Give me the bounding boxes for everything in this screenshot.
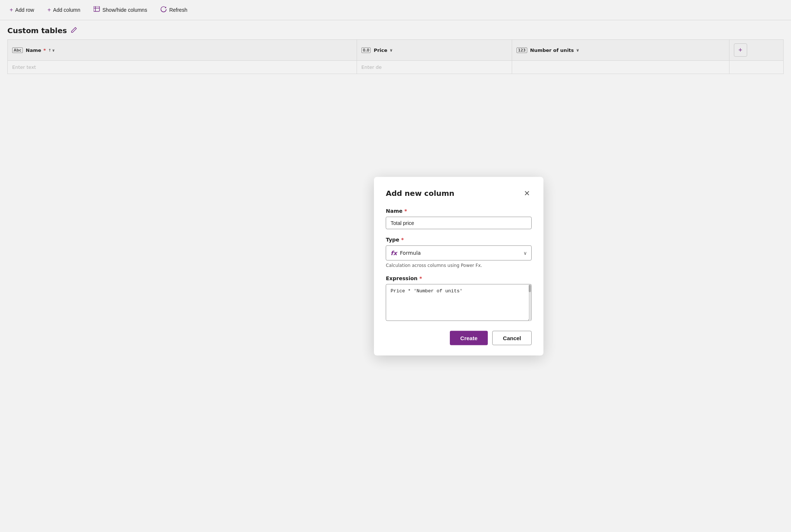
modal-backdrop (0, 0, 791, 74)
